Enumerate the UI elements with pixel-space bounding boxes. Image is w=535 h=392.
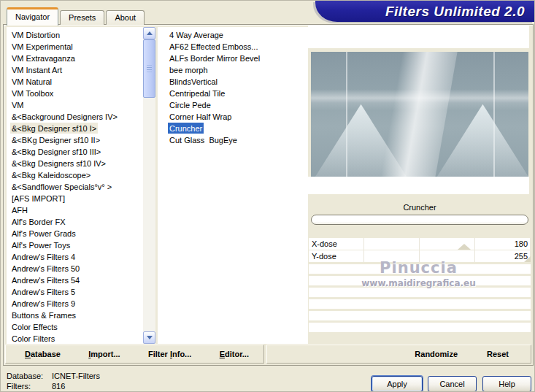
category-list-item-label: &<Bkg Designer sf10 III>	[10, 146, 102, 157]
navigator-tab-page: VM DistortionVM ExperimentalVM Extravaga…	[3, 24, 534, 366]
empty-parameter-row	[309, 299, 531, 309]
category-list-item-label: Alf's Border FX	[10, 216, 67, 227]
category-list-item[interactable]: Color Filters	[7, 333, 143, 344]
tab-presets[interactable]: Presets	[60, 10, 104, 25]
tab-bar: NavigatorPresetsAbout	[7, 7, 146, 25]
category-list-item[interactable]: Andrew's Filters 5	[7, 286, 143, 298]
category-list[interactable]: VM DistortionVM ExperimentalVM Extravaga…	[7, 27, 143, 344]
category-list-item-label: VM Toolbox	[10, 88, 55, 99]
category-list-item-label: Andrew's Filters 5	[10, 286, 77, 297]
filter-list-item[interactable]: Centripedal Tile	[158, 88, 308, 99]
help-button[interactable]: Help	[482, 376, 531, 392]
filter-list-item[interactable]: bee morph	[158, 64, 308, 76]
randomize-button[interactable]: Randomize	[415, 350, 458, 358]
category-list-item[interactable]: &<BKg Designer sf10 II>	[7, 134, 143, 146]
import-button[interactable]: Import...	[88, 350, 120, 358]
filter-list-item-label: bee morph	[168, 64, 209, 75]
tab-navigator[interactable]: Navigator	[7, 7, 58, 26]
preview-shape	[437, 104, 528, 177]
preview-pane-top-strip	[308, 26, 529, 48]
category-list-item-label: &<Bkg Kaleidoscope>	[10, 169, 92, 180]
category-list-item[interactable]: VM Distortion	[7, 29, 143, 41]
category-list-item[interactable]: Andrew's Filters 50	[7, 263, 143, 274]
filter-list-item-label: Cut Glass BugEye	[168, 134, 239, 145]
category-list-item[interactable]: VM Toolbox	[7, 88, 143, 99]
filter-list-item-label: Centripedal Tile	[168, 88, 226, 99]
selected-filter-name: Cruncher	[311, 201, 528, 214]
category-list-item[interactable]: Alf's Power Grads	[7, 228, 143, 239]
filter-info-button[interactable]: Filter Info...	[148, 350, 191, 358]
category-list-item-label: Andrew's Filters 4	[10, 251, 77, 262]
apply-button[interactable]: Apply	[372, 376, 423, 392]
title-banner: Filters Unlimited 2.0	[315, 1, 534, 22]
category-list-item-label: VM	[10, 99, 26, 110]
filters-status-label: Filters:	[7, 381, 52, 391]
category-list-item-label: Buttons & Frames	[10, 310, 77, 320]
filter-list-item[interactable]: BlindsVertical	[158, 76, 308, 88]
filter-list-item[interactable]: Cruncher	[158, 123, 308, 134]
database-button[interactable]: Database	[25, 350, 61, 358]
filter-list-item-label: Corner Half Wrap	[168, 111, 233, 122]
cancel-button[interactable]: Cancel	[428, 376, 477, 392]
category-list-item[interactable]: Buttons & Frames	[7, 310, 143, 321]
category-list-item[interactable]: VM Natural	[7, 76, 143, 88]
category-list-item[interactable]: &<Bkg Designer sf10 III>	[7, 146, 143, 158]
reset-button[interactable]: Reset	[487, 350, 509, 358]
category-list-item[interactable]: Color Effects	[7, 321, 143, 333]
category-list-item[interactable]: &<Bkg Kaleidoscope>	[7, 169, 143, 181]
filter-list-item-label: Cruncher	[168, 123, 204, 134]
filter-list-item[interactable]: 4 Way Average	[158, 29, 308, 41]
category-list-item-label: VM Natural	[10, 76, 53, 87]
filter-list[interactable]: 4 Way AverageAF62 Effected Emboss...ALFs…	[158, 27, 308, 344]
category-list-item-label: &<Sandflower Specials°v° >	[10, 181, 113, 192]
category-list-item[interactable]: AFH	[7, 204, 143, 216]
filters-unlimited-window: Filters Unlimited 2.0 NavigatorPresetsAb…	[0, 0, 535, 392]
category-list-item[interactable]: VM Extravaganza	[7, 53, 143, 64]
category-list-item[interactable]: &<Background Designers IV>	[7, 111, 143, 123]
filter-list-item[interactable]: AF62 Effected Emboss...	[158, 41, 308, 53]
slider-value: 180	[515, 238, 528, 250]
empty-parameter-row	[309, 323, 531, 332]
filter-list-item-label: AF62 Effected Emboss...	[168, 41, 259, 52]
tab-about[interactable]: About	[106, 10, 145, 25]
filter-list-item-label: BlindsVertical	[168, 76, 219, 87]
category-list-item[interactable]: [AFS IMPORT]	[7, 193, 143, 204]
scrollbar-grip-icon	[147, 66, 152, 72]
category-list-item[interactable]: VM Experimental	[7, 41, 143, 53]
category-list-item[interactable]: &<Bkg Designer sf10 I>	[7, 123, 143, 134]
slider-thumb[interactable]	[458, 244, 471, 250]
status-area: Database: ICNET-Filters Filters: 816	[7, 371, 100, 391]
category-list-item[interactable]: &<Bkg Designers sf10 IV>	[7, 158, 143, 169]
category-list-item[interactable]: Andrew's Filters 54	[7, 274, 143, 286]
filter-list-item[interactable]: ALFs Border Mirror Bevel	[158, 53, 308, 64]
slider-label: X-dose	[312, 238, 337, 250]
scroll-up-button[interactable]	[143, 27, 155, 39]
category-list-item[interactable]: &<Sandflower Specials°v° >	[7, 181, 143, 193]
editor-button[interactable]: Editor...	[220, 350, 249, 358]
scroll-down-button[interactable]	[143, 331, 155, 344]
category-list-item[interactable]: Alf's Border FX	[7, 216, 143, 228]
filter-list-item[interactable]: Cut Glass BugEye	[158, 134, 308, 146]
category-list-item[interactable]: VM Instant Art	[7, 64, 143, 76]
watermark-name: Pinuccia	[308, 259, 529, 277]
category-list-item-label: Color Filters	[10, 333, 56, 344]
scrollbar-thumb[interactable]	[143, 39, 155, 98]
progress-bar	[311, 215, 528, 225]
x-dose-slider[interactable]: X-dose 180	[309, 238, 531, 250]
category-list-item[interactable]: Andrew's Filters 4	[7, 251, 143, 263]
filter-list-item[interactable]: Corner Half Wrap	[158, 111, 308, 123]
preview-pane-mid-strip	[308, 177, 529, 194]
category-list-item-label: Color Effects	[10, 321, 59, 332]
category-list-item-label: VM Experimental	[10, 41, 74, 52]
category-list-item-label: Andrew's Filters 50	[10, 263, 81, 274]
watermark-url: www.maidiregrafica.eu	[308, 278, 529, 288]
category-list-item-label: Alf's Power Toys	[10, 239, 72, 250]
action-bar-left: DatabaseImport...Filter Info...Editor...	[5, 345, 264, 364]
category-list-item[interactable]: VM	[7, 99, 143, 111]
category-list-item[interactable]: Alf's Power Toys	[7, 239, 143, 251]
category-list-item[interactable]: Andrew's Filters 9	[7, 298, 143, 310]
category-list-item-label: &<Background Designers IV>	[10, 111, 119, 122]
filter-list-item[interactable]: Circle Pede	[158, 99, 308, 111]
category-list-item-label: &<Bkg Designer sf10 I>	[10, 123, 98, 134]
category-scrollbar[interactable]	[143, 27, 155, 344]
